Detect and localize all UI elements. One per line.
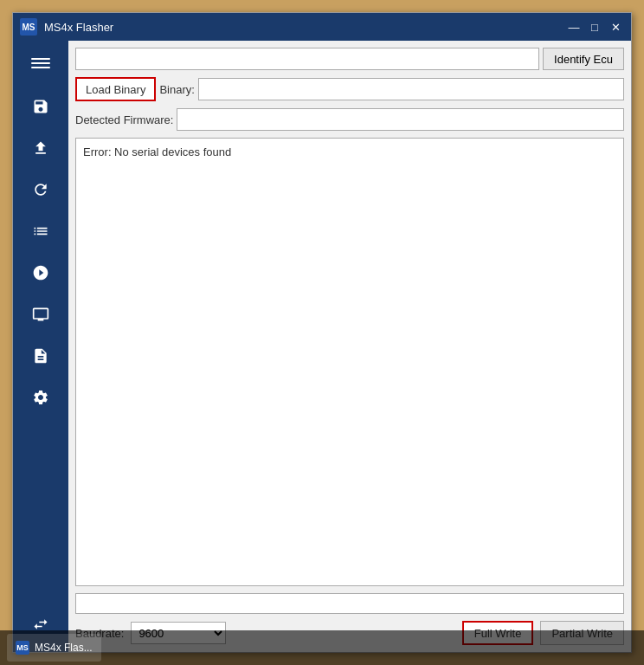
sidebar-item-display[interactable] <box>22 297 60 335</box>
taskbar-app-icon: MS <box>16 641 29 655</box>
save-icon <box>32 98 49 119</box>
main-content: Identify Ecu Load Binary Binary: Detecte… <box>13 41 631 652</box>
binary-input[interactable] <box>198 78 624 100</box>
binary-field-label: Binary: <box>159 83 194 96</box>
top-row: Identify Ecu <box>75 48 624 70</box>
firmware-row: Detected Firmware: <box>75 108 624 131</box>
hamburger-line-2 <box>31 62 50 64</box>
sidebar-item-save[interactable] <box>22 89 60 127</box>
taskbar: MS MS4x Flas... <box>0 630 644 665</box>
binary-row: Load Binary Binary: <box>75 77 624 101</box>
log-area: Error: No serial devices found <box>75 138 624 586</box>
sidebar-item-document[interactable] <box>22 339 60 377</box>
hamburger-line-1 <box>31 58 50 60</box>
hamburger-line-3 <box>31 67 50 68</box>
sidebar <box>13 41 68 652</box>
ecu-input[interactable] <box>75 48 539 70</box>
app-icon: MS <box>20 18 37 36</box>
window-title: MS4x Flasher <box>44 21 565 34</box>
maximize-button[interactable]: □ <box>586 18 603 36</box>
taskbar-app-label: MS4x Flas... <box>35 642 93 654</box>
display-icon <box>32 306 49 327</box>
sidebar-item-diagnostics[interactable] <box>22 255 60 294</box>
document-icon <box>32 347 49 369</box>
minimize-button[interactable]: — <box>565 18 583 36</box>
main-window: MS MS4x Flasher — □ ✕ <box>12 12 632 653</box>
main-panel: Identify Ecu Load Binary Binary: Detecte… <box>68 41 631 652</box>
refresh-icon <box>32 181 49 203</box>
window-controls: — □ ✕ <box>565 18 624 36</box>
load-binary-button[interactable]: Load Binary <box>75 77 156 101</box>
taskbar-app-item[interactable]: MS MS4x Flas... <box>7 634 101 662</box>
detected-firmware-input[interactable] <box>177 108 624 131</box>
sidebar-item-upload[interactable] <box>22 131 60 169</box>
identify-ecu-button[interactable]: Identify Ecu <box>543 48 624 70</box>
detected-firmware-label: Detected Firmware: <box>75 113 173 126</box>
list-icon <box>32 223 49 244</box>
sidebar-item-list[interactable] <box>22 214 60 252</box>
title-bar: MS MS4x Flasher — □ ✕ <box>13 13 631 41</box>
close-button[interactable]: ✕ <box>607 18 624 36</box>
hamburger-menu-button[interactable] <box>22 48 60 79</box>
log-content: Error: No serial devices found <box>83 145 231 158</box>
sidebar-item-refresh[interactable] <box>22 172 60 210</box>
diagnostics-icon <box>32 264 49 286</box>
sidebar-item-settings[interactable] <box>22 380 60 418</box>
settings-icon <box>32 389 49 410</box>
upload-icon <box>32 139 49 161</box>
progress-bar <box>75 593 624 614</box>
